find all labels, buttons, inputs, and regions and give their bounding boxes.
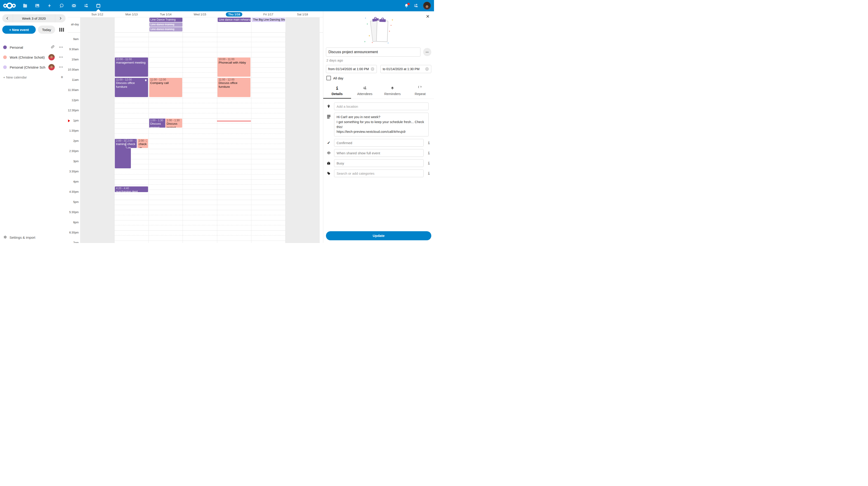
event-block[interactable]: 11:00 - 12:00Discuss office furniture <box>217 78 251 97</box>
week-title[interactable]: Week 3 of 2020 <box>13 14 55 22</box>
close-icon[interactable]: × <box>425 13 431 20</box>
day-header-row: Sun 1/12Mon 1/13Tue 1/14Wed 1/15Thu 1/16… <box>80 11 320 17</box>
calendar-list-item-0[interactable]: Personal••• <box>0 42 68 52</box>
calendar-menu-icon[interactable]: ••• <box>58 46 65 49</box>
event-block[interactable]: 1:00 - 1:30Discuss project announcement <box>149 118 166 128</box>
time-grid[interactable]: 10:00 - 11:00management meeting11:00 - 1… <box>68 32 323 243</box>
allday-event[interactable]: Line Dance Training <box>149 18 182 22</box>
calendar-menu-icon[interactable]: ••• <box>58 65 65 69</box>
previous-week-button[interactable] <box>2 14 13 22</box>
calendar-list-item-2[interactable]: Personal (Christine Scho…••• <box>0 62 68 72</box>
allday-event[interactable]: Line dance training <box>149 22 182 27</box>
event-title: purchasing dept <box>116 190 147 192</box>
event-title-input[interactable] <box>326 48 421 57</box>
today-button[interactable]: Today <box>38 26 55 34</box>
update-button[interactable]: Update <box>326 231 431 240</box>
calendar-color-dot <box>3 46 7 49</box>
location-row <box>326 103 431 110</box>
event-block[interactable]: 4:20 - 4:40purchasing dept <box>115 186 148 192</box>
settings-import-label: Settings & import <box>9 235 35 239</box>
allday-checkbox[interactable] <box>327 76 331 80</box>
files-app-icon[interactable] <box>19 0 31 11</box>
tab-label: Details <box>332 92 343 96</box>
allday-cell-3[interactable] <box>183 18 217 32</box>
allday-cell-1[interactable] <box>114 18 149 32</box>
start-datetime-field[interactable]: from 01/14/2020 at 1:00 PM <box>326 65 377 73</box>
tab-repeat[interactable]: Repeat <box>406 84 434 98</box>
next-week-button[interactable] <box>55 14 66 22</box>
allday-event[interactable]: Line dance training <box>149 27 182 31</box>
time-label: 5:30pm <box>68 211 79 214</box>
more-actions-icon[interactable]: ••• <box>423 48 431 56</box>
event-block[interactable]: 2:00 - 2:30check-in <box>137 139 148 148</box>
plus-icon[interactable]: + <box>59 75 65 80</box>
calendar-list-item-1[interactable]: Work (Christine Schott)••• <box>0 52 68 62</box>
freebusy-info-icon[interactable]: i <box>426 161 431 165</box>
activity-app-icon[interactable] <box>43 0 56 11</box>
event-block[interactable]: 10:00 - 11:00Phonecall with Abby <box>217 57 251 77</box>
new-calendar-item[interactable]: + New calendar+ <box>0 72 68 82</box>
day-header-4[interactable]: Thu 1/16 <box>217 11 251 17</box>
day-header-2[interactable]: Tue 1/14 <box>149 11 183 17</box>
location-input[interactable] <box>334 103 429 110</box>
event-block[interactable]: 2:00 - 2:30check-in <box>126 139 137 148</box>
event-title: Company call <box>150 81 181 85</box>
event-time: 11:00 - 12:00 <box>116 78 147 81</box>
day-header-1[interactable]: Mon 1/13 <box>114 11 149 17</box>
tab-details[interactable]: iDetails <box>323 84 351 98</box>
categories-input[interactable] <box>334 169 424 177</box>
share-link-icon[interactable] <box>51 45 55 50</box>
tab-reminders[interactable]: Reminders <box>379 84 406 98</box>
datetime-row: from 01/14/2020 at 1:00 PM to 01/14/2020… <box>323 63 434 73</box>
timezone-globe-icon[interactable] <box>425 67 429 71</box>
visibility-select[interactable]: When shared show full event <box>334 149 424 157</box>
day-header-3[interactable]: Wed 1/15 <box>183 11 217 17</box>
end-datetime-field[interactable]: to 01/14/2020 at 1:30 PM <box>380 65 431 73</box>
event-title: check-in <box>127 142 135 148</box>
event-title: management meeting <box>116 61 147 65</box>
current-time-line <box>217 121 251 121</box>
notifications-bell-icon[interactable] <box>404 3 409 8</box>
event-block[interactable]: 11:00 - 12:00Discuss office furniture <box>115 78 148 97</box>
calendar-menu-icon[interactable]: ••• <box>58 55 65 59</box>
new-event-button[interactable]: + New event <box>2 26 36 34</box>
time-label: 10:30am <box>68 68 79 71</box>
allday-event[interactable]: The Big Line Dancing Show <box>252 18 285 22</box>
nextcloud-logo-icon[interactable] <box>0 0 19 11</box>
calendar-app-icon[interactable] <box>92 0 104 11</box>
day-header-5[interactable]: Fri 1/17 <box>251 11 285 17</box>
event-time: 10:00 - 11:00 <box>219 58 249 61</box>
time-label: 2:30pm <box>68 149 79 153</box>
contacts-app-icon[interactable] <box>80 0 92 11</box>
day-header-0[interactable]: Sun 1/12 <box>80 11 114 17</box>
time-label: 7pm <box>68 241 79 243</box>
status-select[interactable]: Confirmed <box>334 139 424 147</box>
allday-cell-0[interactable] <box>80 18 114 32</box>
day-header-6[interactable]: Sat 1/18 <box>285 11 320 17</box>
allday-cell-4[interactable]: Line dance main rehearsal <box>217 18 251 32</box>
event-block[interactable]: 10:00 - 11:00management meeting <box>115 57 148 77</box>
view-columns-icon[interactable] <box>57 26 66 34</box>
freebusy-select[interactable]: Busy <box>334 159 424 167</box>
sidebar: Week 3 of 2020 + New event Today Persona… <box>0 11 68 243</box>
visibility-info-icon[interactable]: i <box>426 151 431 155</box>
user-avatar[interactable] <box>423 2 431 9</box>
event-block[interactable]: 11:00 - 12:00Company call <box>149 78 182 97</box>
contacts-menu-icon[interactable] <box>413 3 418 8</box>
description-textarea[interactable]: Hi Carl! are you in next week? I got som… <box>334 113 429 137</box>
tab-attendees[interactable]: Attendees <box>351 84 379 98</box>
allday-cell-5[interactable]: The Big Line Dancing Show <box>251 18 285 32</box>
allday-cell-2[interactable]: Line Dance TrainingLine dance trainingLi… <box>149 18 183 32</box>
allday-event[interactable]: Line dance main rehearsal <box>218 18 251 22</box>
categories-info-icon[interactable]: i <box>426 171 431 176</box>
mail-app-icon[interactable] <box>68 0 80 11</box>
photos-app-icon[interactable] <box>31 0 43 11</box>
status-info-icon[interactable]: i <box>426 141 431 145</box>
event-block[interactable]: 1:00 - 1:30Discuss project <box>165 118 182 128</box>
talk-app-icon[interactable] <box>56 0 68 11</box>
settings-import-button[interactable]: Settings & import <box>0 232 68 243</box>
allday-cell-6[interactable] <box>285 18 320 32</box>
timezone-globe-icon[interactable] <box>370 67 375 71</box>
tab-label: Repeat <box>415 92 426 96</box>
event-title: Discuss project <box>166 122 181 128</box>
